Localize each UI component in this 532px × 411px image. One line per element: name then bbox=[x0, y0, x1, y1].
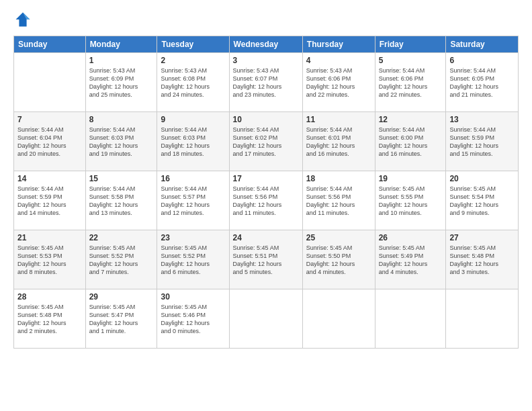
day-header-friday: Friday bbox=[375, 36, 446, 53]
day-number: 27 bbox=[449, 233, 515, 242]
day-header-saturday: Saturday bbox=[446, 36, 519, 53]
calendar-cell bbox=[14, 53, 86, 112]
calendar-cell: 17Sunrise: 5:44 AM Sunset: 5:56 PM Dayli… bbox=[229, 171, 302, 230]
calendar-cell: 9Sunrise: 5:44 AM Sunset: 6:03 PM Daylig… bbox=[157, 112, 229, 171]
day-info: Sunrise: 5:44 AM Sunset: 5:59 PM Dayligh… bbox=[449, 126, 515, 158]
day-header-tuesday: Tuesday bbox=[157, 36, 229, 53]
calendar-week-row: 1Sunrise: 5:43 AM Sunset: 6:09 PM Daylig… bbox=[14, 53, 519, 112]
calendar-cell: 18Sunrise: 5:44 AM Sunset: 5:56 PM Dayli… bbox=[302, 171, 375, 230]
day-number: 21 bbox=[17, 233, 82, 242]
day-number: 17 bbox=[233, 174, 299, 183]
day-number: 4 bbox=[306, 56, 371, 65]
day-number: 22 bbox=[89, 233, 154, 242]
day-number: 15 bbox=[89, 174, 154, 183]
calendar-cell: 25Sunrise: 5:45 AM Sunset: 5:50 PM Dayli… bbox=[302, 230, 375, 289]
calendar-cell: 10Sunrise: 5:44 AM Sunset: 6:02 PM Dayli… bbox=[229, 112, 302, 171]
calendar-cell bbox=[375, 289, 446, 349]
day-number: 9 bbox=[161, 115, 225, 124]
calendar-cell: 23Sunrise: 5:45 AM Sunset: 5:52 PM Dayli… bbox=[157, 230, 229, 289]
day-number: 1 bbox=[89, 56, 154, 65]
calendar-cell: 28Sunrise: 5:45 AM Sunset: 5:48 PM Dayli… bbox=[14, 289, 86, 349]
day-number: 5 bbox=[379, 56, 443, 65]
day-info: Sunrise: 5:44 AM Sunset: 5:58 PM Dayligh… bbox=[89, 185, 154, 218]
calendar-cell: 22Sunrise: 5:45 AM Sunset: 5:52 PM Dayli… bbox=[85, 230, 157, 289]
day-number: 16 bbox=[161, 174, 225, 183]
day-number: 7 bbox=[17, 115, 82, 124]
logo bbox=[13, 10, 35, 29]
day-header-wednesday: Wednesday bbox=[229, 36, 302, 53]
day-info: Sunrise: 5:45 AM Sunset: 5:48 PM Dayligh… bbox=[449, 244, 515, 277]
calendar-cell bbox=[229, 289, 302, 349]
header bbox=[13, 10, 519, 29]
day-number: 30 bbox=[161, 292, 225, 302]
day-number: 14 bbox=[17, 174, 82, 183]
day-info: Sunrise: 5:45 AM Sunset: 5:51 PM Dayligh… bbox=[233, 244, 299, 277]
day-info: Sunrise: 5:44 AM Sunset: 5:56 PM Dayligh… bbox=[306, 185, 371, 218]
calendar-cell: 15Sunrise: 5:44 AM Sunset: 5:58 PM Dayli… bbox=[85, 171, 157, 230]
calendar-week-row: 21Sunrise: 5:45 AM Sunset: 5:53 PM Dayli… bbox=[14, 230, 519, 289]
day-info: Sunrise: 5:44 AM Sunset: 5:56 PM Dayligh… bbox=[233, 185, 299, 218]
calendar-cell: 20Sunrise: 5:45 AM Sunset: 5:54 PM Dayli… bbox=[446, 171, 519, 230]
day-number: 25 bbox=[306, 233, 371, 242]
calendar-header-row: SundayMondayTuesdayWednesdayThursdayFrid… bbox=[14, 36, 519, 53]
day-info: Sunrise: 5:45 AM Sunset: 5:53 PM Dayligh… bbox=[17, 244, 82, 277]
day-info: Sunrise: 5:44 AM Sunset: 6:03 PM Dayligh… bbox=[161, 126, 225, 158]
calendar-cell: 26Sunrise: 5:45 AM Sunset: 5:49 PM Dayli… bbox=[375, 230, 446, 289]
calendar-cell bbox=[302, 289, 375, 349]
day-number: 10 bbox=[233, 115, 299, 124]
day-number: 23 bbox=[161, 233, 225, 242]
day-info: Sunrise: 5:44 AM Sunset: 6:04 PM Dayligh… bbox=[17, 126, 82, 158]
calendar-cell: 4Sunrise: 5:43 AM Sunset: 6:06 PM Daylig… bbox=[302, 53, 375, 112]
calendar-cell: 8Sunrise: 5:44 AM Sunset: 6:03 PM Daylig… bbox=[85, 112, 157, 171]
day-number: 2 bbox=[161, 56, 225, 65]
day-number: 18 bbox=[306, 174, 371, 183]
day-number: 11 bbox=[306, 115, 371, 124]
day-info: Sunrise: 5:45 AM Sunset: 5:47 PM Dayligh… bbox=[89, 303, 154, 336]
day-number: 8 bbox=[89, 115, 154, 124]
day-info: Sunrise: 5:45 AM Sunset: 5:50 PM Dayligh… bbox=[306, 244, 371, 277]
day-info: Sunrise: 5:44 AM Sunset: 6:03 PM Dayligh… bbox=[89, 126, 154, 158]
calendar-cell: 27Sunrise: 5:45 AM Sunset: 5:48 PM Dayli… bbox=[446, 230, 519, 289]
day-info: Sunrise: 5:45 AM Sunset: 5:49 PM Dayligh… bbox=[379, 244, 443, 277]
day-info: Sunrise: 5:44 AM Sunset: 6:00 PM Dayligh… bbox=[379, 126, 443, 158]
day-header-monday: Monday bbox=[85, 36, 157, 53]
calendar-cell: 2Sunrise: 5:43 AM Sunset: 6:08 PM Daylig… bbox=[157, 53, 229, 112]
day-number: 3 bbox=[233, 56, 299, 65]
day-number: 20 bbox=[449, 174, 515, 183]
calendar-cell bbox=[446, 289, 519, 349]
day-info: Sunrise: 5:44 AM Sunset: 5:59 PM Dayligh… bbox=[17, 185, 82, 218]
day-number: 29 bbox=[89, 292, 154, 302]
day-info: Sunrise: 5:45 AM Sunset: 5:54 PM Dayligh… bbox=[449, 185, 515, 218]
calendar-cell: 30Sunrise: 5:45 AM Sunset: 5:46 PM Dayli… bbox=[157, 289, 229, 349]
day-number: 6 bbox=[449, 56, 515, 65]
day-number: 24 bbox=[233, 233, 299, 242]
calendar-cell: 29Sunrise: 5:45 AM Sunset: 5:47 PM Dayli… bbox=[85, 289, 157, 349]
calendar-cell: 21Sunrise: 5:45 AM Sunset: 5:53 PM Dayli… bbox=[14, 230, 86, 289]
day-info: Sunrise: 5:44 AM Sunset: 5:57 PM Dayligh… bbox=[161, 185, 225, 218]
calendar-week-row: 7Sunrise: 5:44 AM Sunset: 6:04 PM Daylig… bbox=[14, 112, 519, 171]
calendar-cell: 6Sunrise: 5:44 AM Sunset: 6:05 PM Daylig… bbox=[446, 53, 519, 112]
calendar-cell: 11Sunrise: 5:44 AM Sunset: 6:01 PM Dayli… bbox=[302, 112, 375, 171]
calendar: SundayMondayTuesdayWednesdayThursdayFrid… bbox=[13, 36, 519, 349]
calendar-week-row: 14Sunrise: 5:44 AM Sunset: 5:59 PM Dayli… bbox=[14, 171, 519, 230]
day-info: Sunrise: 5:45 AM Sunset: 5:52 PM Dayligh… bbox=[89, 244, 154, 277]
calendar-cell: 3Sunrise: 5:43 AM Sunset: 6:07 PM Daylig… bbox=[229, 53, 302, 112]
day-number: 28 bbox=[17, 292, 82, 302]
day-info: Sunrise: 5:45 AM Sunset: 5:52 PM Dayligh… bbox=[161, 244, 225, 277]
day-info: Sunrise: 5:44 AM Sunset: 6:05 PM Dayligh… bbox=[449, 66, 515, 99]
day-header-thursday: Thursday bbox=[302, 36, 375, 53]
day-info: Sunrise: 5:43 AM Sunset: 6:06 PM Dayligh… bbox=[306, 66, 371, 99]
day-number: 26 bbox=[379, 233, 443, 242]
day-info: Sunrise: 5:43 AM Sunset: 6:08 PM Dayligh… bbox=[161, 66, 225, 99]
day-info: Sunrise: 5:45 AM Sunset: 5:46 PM Dayligh… bbox=[161, 303, 225, 336]
day-number: 12 bbox=[379, 115, 443, 124]
day-number: 13 bbox=[449, 115, 515, 124]
calendar-cell: 1Sunrise: 5:43 AM Sunset: 6:09 PM Daylig… bbox=[85, 53, 157, 112]
calendar-cell: 5Sunrise: 5:44 AM Sunset: 6:06 PM Daylig… bbox=[375, 53, 446, 112]
calendar-cell: 7Sunrise: 5:44 AM Sunset: 6:04 PM Daylig… bbox=[14, 112, 86, 171]
calendar-cell: 14Sunrise: 5:44 AM Sunset: 5:59 PM Dayli… bbox=[14, 171, 86, 230]
day-info: Sunrise: 5:43 AM Sunset: 6:07 PM Dayligh… bbox=[233, 66, 299, 99]
day-number: 19 bbox=[379, 174, 443, 183]
day-info: Sunrise: 5:45 AM Sunset: 5:48 PM Dayligh… bbox=[17, 303, 82, 336]
day-info: Sunrise: 5:44 AM Sunset: 6:02 PM Dayligh… bbox=[233, 126, 299, 158]
